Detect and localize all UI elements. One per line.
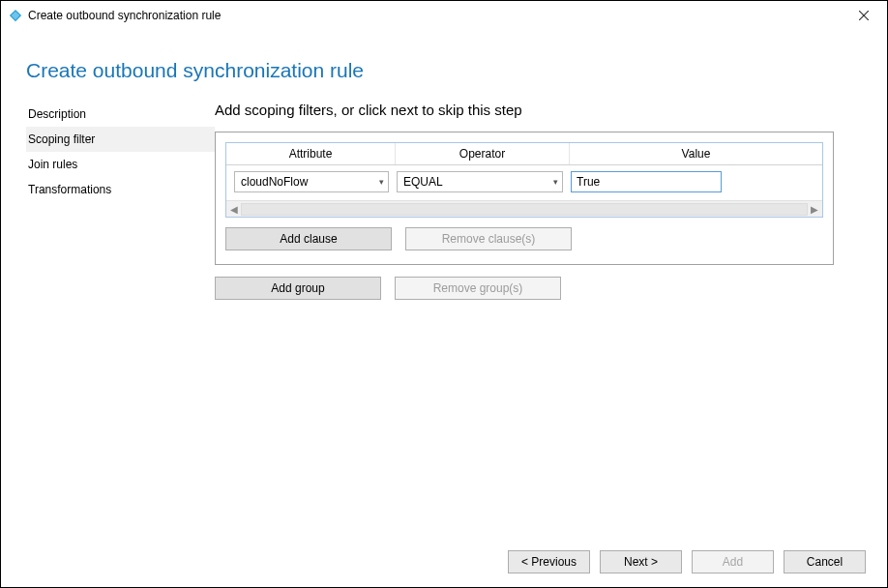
operator-dropdown[interactable]: EQUAL ▾ <box>397 171 563 192</box>
main-pane: Add scoping filters, or click next to sk… <box>215 102 862 300</box>
attribute-dropdown[interactable]: cloudNoFlow ▾ <box>234 171 389 192</box>
filter-clause-row: cloudNoFlow ▾ EQUAL ▾ <box>226 165 822 200</box>
scroll-left-icon[interactable]: ◀ <box>230 204 238 215</box>
nav-scoping-filter[interactable]: Scoping filter <box>26 127 215 152</box>
title-bar: Create outbound synchronization rule <box>1 1 887 30</box>
header-value: Value <box>570 143 822 164</box>
horizontal-scrollbar[interactable]: ◀ ▶ <box>226 200 822 217</box>
scrollbar-track[interactable] <box>241 203 808 216</box>
value-input[interactable] <box>571 171 722 192</box>
wizard-steps-nav: Description Scoping filter Join rules Tr… <box>26 102 215 300</box>
window-title: Create outbound synchronization rule <box>28 9 221 22</box>
add-clause-button[interactable]: Add clause <box>225 227 392 250</box>
chevron-down-icon: ▾ <box>553 177 558 187</box>
clause-buttons: Add clause Remove clause(s) <box>225 227 823 250</box>
page-title: Create outbound synchronization rule <box>1 30 887 102</box>
step-instruction: Add scoping filters, or click next to sk… <box>215 102 862 118</box>
filter-headers: Attribute Operator Value <box>226 143 822 165</box>
header-attribute: Attribute <box>226 143 396 164</box>
nav-description[interactable]: Description <box>26 102 215 127</box>
wizard-footer: < Previous Next > Add Cancel <box>508 550 866 573</box>
remove-group-button[interactable]: Remove group(s) <box>395 277 561 300</box>
operator-value: EQUAL <box>403 175 443 189</box>
chevron-down-icon: ▾ <box>379 177 384 187</box>
scoping-filter-panel: Attribute Operator Value cloudNoFlow ▾ E… <box>215 132 834 265</box>
add-group-button[interactable]: Add group <box>215 277 381 300</box>
nav-join-rules[interactable]: Join rules <box>26 152 215 177</box>
app-icon <box>9 9 22 22</box>
remove-clause-button[interactable]: Remove clause(s) <box>405 227 572 250</box>
header-operator: Operator <box>396 143 570 164</box>
scroll-right-icon[interactable]: ▶ <box>811 204 818 215</box>
next-button[interactable]: Next > <box>600 550 682 573</box>
group-buttons: Add group Remove group(s) <box>215 277 862 300</box>
add-button[interactable]: Add <box>692 550 774 573</box>
close-icon <box>859 8 869 23</box>
previous-button[interactable]: < Previous <box>508 550 590 573</box>
filter-group: Attribute Operator Value cloudNoFlow ▾ E… <box>225 142 823 218</box>
close-button[interactable] <box>848 2 879 29</box>
cancel-button[interactable]: Cancel <box>784 550 866 573</box>
attribute-value: cloudNoFlow <box>241 175 308 189</box>
titlebar-left: Create outbound synchronization rule <box>9 9 221 22</box>
nav-transformations[interactable]: Transformations <box>26 177 215 202</box>
